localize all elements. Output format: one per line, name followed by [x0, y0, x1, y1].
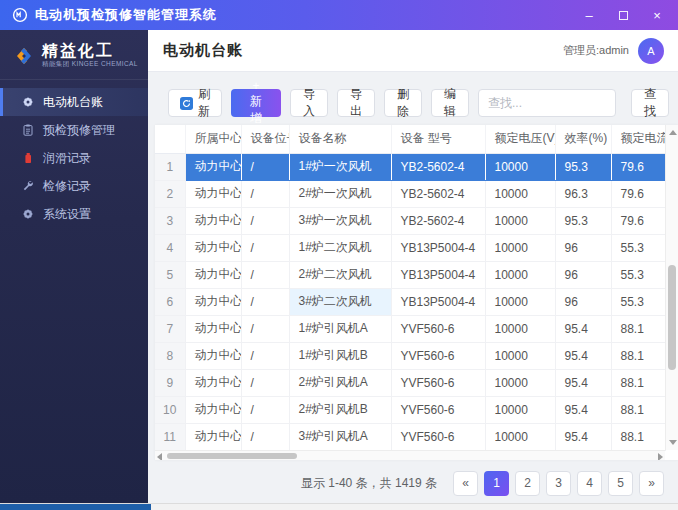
import-button[interactable]: 导入	[290, 89, 328, 117]
table-cell[interactable]: 95.4	[555, 315, 611, 342]
table-cell[interactable]: 3#炉引风机A	[289, 423, 391, 450]
table-cell[interactable]: 79.6	[611, 180, 665, 207]
sidebar-item-maintenance-records[interactable]: 检修记录	[0, 172, 148, 200]
row-number-cell[interactable]: 6	[155, 288, 185, 315]
table-cell[interactable]: YVF560-6	[391, 315, 485, 342]
close-icon[interactable]: ×	[648, 6, 666, 24]
horizontal-scrollbar[interactable]	[155, 450, 665, 460]
table-cell[interactable]: YB2-5602-4	[391, 207, 485, 234]
table-cell[interactable]: YVF560-6	[391, 369, 485, 396]
page-button-2[interactable]: 2	[515, 471, 540, 496]
table-cell[interactable]: 95.4	[555, 369, 611, 396]
table-cell[interactable]: 55.3	[611, 234, 665, 261]
page-button-3[interactable]: 3	[546, 471, 571, 496]
table-row[interactable]: 5动力中心/2#炉二次风机YB13P5004-4100009655.3	[155, 261, 665, 288]
table-cell[interactable]: 动力中心	[185, 369, 241, 396]
table-cell[interactable]: 1#炉二次风机	[289, 234, 391, 261]
table-cell[interactable]: 96.3	[555, 180, 611, 207]
table-cell[interactable]: /	[241, 288, 289, 315]
scroll-right-icon[interactable]	[658, 453, 663, 460]
table-cell[interactable]: 88.1	[611, 423, 665, 450]
column-header[interactable]: 额定电压(V)	[485, 125, 555, 153]
table-cell[interactable]: 动力中心	[185, 396, 241, 423]
column-header[interactable]: 效率(%)	[555, 125, 611, 153]
row-number-cell[interactable]: 8	[155, 342, 185, 369]
maximize-icon[interactable]	[614, 6, 632, 24]
row-number-cell[interactable]: 11	[155, 423, 185, 450]
column-header[interactable]: 设备 型号	[391, 125, 485, 153]
table-cell[interactable]: 动力中心	[185, 423, 241, 450]
sidebar-item-inspection-mgmt[interactable]: 预检预修管理	[0, 116, 148, 144]
table-cell[interactable]: 2#炉二次风机	[289, 261, 391, 288]
table-cell[interactable]: 55.3	[611, 288, 665, 315]
table-cell[interactable]: /	[241, 180, 289, 207]
column-header[interactable]: 设备名称	[289, 125, 391, 153]
table-cell[interactable]: 10000	[485, 369, 555, 396]
table-cell[interactable]: 96	[555, 288, 611, 315]
column-header[interactable]: 设备位号	[241, 125, 289, 153]
table-cell[interactable]: /	[241, 261, 289, 288]
table-cell[interactable]: 动力中心	[185, 234, 241, 261]
page-button-5[interactable]: 5	[608, 471, 633, 496]
vertical-scrollbar[interactable]	[665, 125, 678, 450]
row-number-cell[interactable]: 4	[155, 234, 185, 261]
table-cell[interactable]: 88.1	[611, 315, 665, 342]
sidebar-item-motor-ledger[interactable]: 电动机台账	[0, 88, 148, 116]
sidebar-item-system-settings[interactable]: 系统设置	[0, 200, 148, 228]
table-cell[interactable]: 10000	[485, 423, 555, 450]
table-cell[interactable]: 10000	[485, 261, 555, 288]
table-cell[interactable]: /	[241, 153, 289, 180]
add-button[interactable]: + 新增	[231, 89, 281, 117]
table-row[interactable]: 10动力中心/2#炉引风机BYVF560-61000095.488.1	[155, 396, 665, 423]
table-cell[interactable]: /	[241, 207, 289, 234]
table-cell[interactable]: /	[241, 396, 289, 423]
row-number-cell[interactable]: 1	[155, 153, 185, 180]
table-cell[interactable]: YVF560-6	[391, 396, 485, 423]
table-cell[interactable]: 2#炉一次风机	[289, 180, 391, 207]
table-row[interactable]: 9动力中心/2#炉引风机AYVF560-61000095.488.1	[155, 369, 665, 396]
refresh-button[interactable]: 刷新	[168, 89, 222, 117]
table-cell[interactable]: 10000	[485, 153, 555, 180]
table-cell[interactable]: 动力中心	[185, 315, 241, 342]
page-button-1[interactable]: 1	[484, 471, 509, 496]
table-cell[interactable]: YVF560-6	[391, 423, 485, 450]
table-cell[interactable]: YVF560-6	[391, 342, 485, 369]
table-row[interactable]: 3动力中心/3#炉一次风机YB2-5602-41000095.379.6	[155, 207, 665, 234]
row-number-cell[interactable]: 9	[155, 369, 185, 396]
table-cell[interactable]: 动力中心	[185, 288, 241, 315]
table-cell[interactable]: 96	[555, 261, 611, 288]
table-cell[interactable]: YB13P5004-4	[391, 234, 485, 261]
table-cell[interactable]: 10000	[485, 396, 555, 423]
edit-button[interactable]: 编辑	[431, 89, 469, 117]
table-cell[interactable]: 10000	[485, 342, 555, 369]
table-row[interactable]: 8动力中心/1#炉引风机BYVF560-61000095.488.1	[155, 342, 665, 369]
table-cell[interactable]: 动力中心	[185, 261, 241, 288]
scroll-left-icon[interactable]	[157, 453, 162, 460]
table-row[interactable]: 1动力中心/1#炉一次风机YB2-5602-41000095.379.6	[155, 153, 665, 180]
sidebar-item-lubrication-records[interactable]: 润滑记录	[0, 144, 148, 172]
table-cell[interactable]: 88.1	[611, 369, 665, 396]
table-cell[interactable]: 1#炉一次风机	[289, 153, 391, 180]
table-cell[interactable]: 95.3	[555, 207, 611, 234]
table-cell[interactable]: YB2-5602-4	[391, 180, 485, 207]
table-cell[interactable]: 动力中心	[185, 207, 241, 234]
table-row[interactable]: 11动力中心/3#炉引风机AYVF560-61000095.488.1	[155, 423, 665, 450]
row-number-cell[interactable]: 3	[155, 207, 185, 234]
table-cell[interactable]: 2#炉引风机B	[289, 396, 391, 423]
vertical-scroll-thumb[interactable]	[668, 265, 676, 370]
scroll-up-icon[interactable]	[669, 130, 677, 135]
column-header[interactable]: 额定电流(A)	[611, 125, 665, 153]
row-number-cell[interactable]: 2	[155, 180, 185, 207]
table-cell[interactable]: YB13P5004-4	[391, 261, 485, 288]
table-cell[interactable]: 10000	[485, 207, 555, 234]
table-cell[interactable]: 95.3	[555, 153, 611, 180]
table-cell[interactable]: 88.1	[611, 396, 665, 423]
table-cell[interactable]: 79.6	[611, 207, 665, 234]
table-row[interactable]: 7动力中心/1#炉引风机AYVF560-61000095.488.1	[155, 315, 665, 342]
table-cell[interactable]: /	[241, 342, 289, 369]
minimize-icon[interactable]: –	[580, 6, 598, 24]
table-cell[interactable]: 10000	[485, 180, 555, 207]
table-cell[interactable]: 10000	[485, 288, 555, 315]
scroll-down-icon[interactable]	[669, 440, 677, 445]
export-button[interactable]: 导出	[337, 89, 375, 117]
